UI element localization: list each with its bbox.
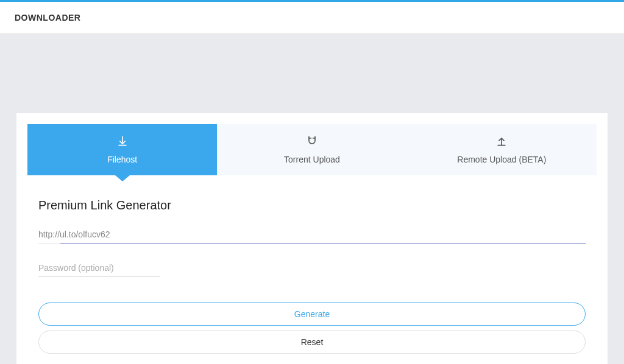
downloader-card: Filehost Torrent Upload: [16, 113, 608, 364]
password-input[interactable]: [38, 261, 160, 277]
header: DOWNLOADER: [0, 2, 624, 34]
url-input-group: [38, 227, 586, 243]
main-content: Filehost Torrent Upload: [0, 34, 624, 364]
tabs-container: Filehost Torrent Upload: [27, 124, 597, 175]
tab-label-remote: Remote Upload (BETA): [457, 155, 546, 164]
magnet-icon: [306, 135, 318, 150]
tab-filehost[interactable]: Filehost: [27, 124, 217, 175]
reset-button[interactable]: Reset: [38, 331, 586, 354]
section-title: Premium Link Generator: [38, 198, 586, 212]
page-title: DOWNLOADER: [15, 13, 609, 23]
url-input[interactable]: [38, 227, 586, 243]
tab-remote-upload[interactable]: Remote Upload (BETA): [407, 124, 597, 175]
tab-label-filehost: Filehost: [107, 155, 137, 164]
button-row: Generate Reset: [38, 303, 586, 354]
tab-torrent-upload[interactable]: Torrent Upload: [217, 124, 406, 175]
upload-icon: [495, 135, 508, 150]
password-input-group: [38, 261, 586, 277]
tab-content: Premium Link Generator Generate Reset: [27, 175, 597, 354]
generate-button[interactable]: Generate: [38, 303, 586, 326]
tab-label-torrent: Torrent Upload: [284, 155, 340, 164]
download-icon: [116, 135, 129, 150]
url-input-underline: [60, 243, 586, 244]
